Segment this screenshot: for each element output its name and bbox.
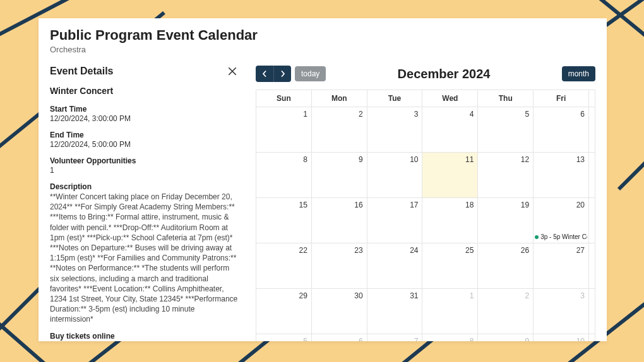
prev-month-button[interactable] [256,66,273,82]
calendar-day-cell[interactable]: 23 [311,243,367,289]
day-number: 10 [410,155,418,164]
description-label: Description [50,182,238,191]
volunteer-label: Volunteer Opportunities [50,156,238,165]
calendar-day-cell[interactable]: 5 [478,107,534,153]
day-number: 1 [303,110,307,119]
day-header: Tue [367,90,422,107]
day-number: 5 [303,337,307,341]
calendar-day-cell[interactable]: 30 [311,289,367,334]
day-number: 22 [299,246,307,255]
day-number: 13 [576,155,585,164]
calendar-day-cell[interactable]: 9 [478,334,534,342]
calendar-day-cell [589,107,595,153]
event-dot-icon [535,235,539,239]
event-label: 3p - 5p Winter Cor [540,233,587,240]
day-number: 12 [521,155,529,164]
day-number: 31 [410,291,418,300]
calendar-day-cell[interactable]: 3 [367,107,422,153]
calendar-day-cell[interactable]: 2 [311,107,367,153]
calendar-day-cell[interactable]: 22 [256,243,312,289]
next-month-button[interactable] [273,66,291,82]
calendar-day-cell [589,289,595,334]
day-number: 19 [521,201,529,209]
day-number: 27 [576,246,585,255]
day-number: 6 [580,110,585,119]
calendar-title: December 2024 [326,67,561,81]
calendar-day-cell [589,243,595,289]
calendar-day-cell[interactable]: 10 [367,153,422,198]
end-time-label: End Time [50,131,238,139]
calendar-day-cell[interactable]: 19 [478,198,534,243]
day-number: 2 [525,291,529,300]
page-subtitle: Orchestra [50,45,595,54]
calendar-day-cell[interactable]: 1 [256,107,312,153]
day-number: 29 [299,291,307,300]
calendar-day-cell[interactable]: 15 [256,198,312,243]
event-name: Winter Concert [50,86,238,96]
day-number: 1 [470,291,474,300]
calendar-day-cell[interactable]: 25 [422,243,478,289]
day-header [589,90,595,107]
day-number: 3 [414,110,419,119]
calendar-day-cell[interactable]: 6 [534,107,589,153]
calendar-day-cell[interactable]: 12 [478,153,534,198]
view-toggle-button[interactable]: month [562,66,595,81]
calendar-day-cell[interactable]: 203p - 5p Winter Cor [534,198,589,243]
day-number: 5 [525,110,529,119]
day-number: 9 [525,337,529,341]
calendar-day-cell[interactable]: 27 [534,243,589,289]
calendar-day-cell [589,198,595,243]
calendar-day-cell[interactable]: 16 [311,198,367,243]
start-time-label: Start Time [50,105,238,114]
calendar-day-cell[interactable]: 1 [422,289,478,334]
calendar-day-cell[interactable]: 29 [256,289,312,334]
day-number: 26 [521,246,529,255]
calendar-day-cell[interactable]: 8 [422,334,478,342]
day-number: 30 [354,291,362,300]
event-details-pane: Event Details Winter Concert Start Time … [50,66,238,341]
calendar-day-cell[interactable]: 11 [422,153,478,198]
calendar-day-cell[interactable]: 24 [367,243,422,289]
calendar-day-cell[interactable]: 13 [534,153,589,198]
calendar-day-cell[interactable]: 7 [367,334,422,342]
day-header: Fri [534,90,589,107]
chevron-right-icon [280,71,286,77]
chevron-left-icon [261,71,268,77]
calendar-day-cell [589,334,595,342]
day-number: 17 [410,201,418,209]
calendar-day-cell[interactable]: 18 [422,198,478,243]
day-header: Sun [256,90,312,107]
description-value: **Winter Concert taking place on Friday … [50,192,238,324]
calendar-day-cell[interactable]: 26 [478,243,534,289]
calendar-grid: SunMonTueWedThuFri 123456891011121315161… [256,90,595,341]
calendar-day-cell[interactable]: 5 [256,334,312,342]
calendar-day-cell[interactable]: 3 [534,289,589,334]
day-number: 25 [465,246,474,255]
app-panel: Public Program Event Calendar Orchestra … [39,18,607,341]
calendar-day-cell[interactable]: 31 [367,289,422,334]
calendar-day-cell[interactable]: 17 [367,198,422,243]
close-icon[interactable] [227,66,238,77]
day-number: 10 [576,337,585,341]
calendar-day-cell[interactable]: 9 [311,153,367,198]
day-number: 7 [414,337,419,341]
day-number: 4 [470,110,474,119]
day-number: 18 [465,201,474,209]
calendar-day-cell[interactable]: 10 [534,334,589,342]
calendar-day-cell[interactable]: 4 [422,107,478,153]
today-button[interactable]: today [295,66,326,81]
calendar-event[interactable]: 3p - 5p Winter Cor [535,233,587,240]
calendar-day-cell[interactable]: 6 [311,334,367,342]
day-number: 8 [470,337,474,341]
end-time-value: 12/20/2024, 5:00:00 PM [50,140,238,149]
day-number: 11 [465,155,474,164]
day-number: 8 [303,155,307,164]
day-number: 24 [410,246,418,255]
volunteer-value: 1 [50,166,238,175]
day-number: 15 [299,201,307,209]
day-number: 6 [359,337,363,341]
day-number: 20 [576,201,585,209]
calendar-day-cell[interactable]: 8 [256,153,312,198]
calendar-day-cell[interactable]: 2 [478,289,534,334]
tickets-label: Buy tickets online [50,332,238,341]
